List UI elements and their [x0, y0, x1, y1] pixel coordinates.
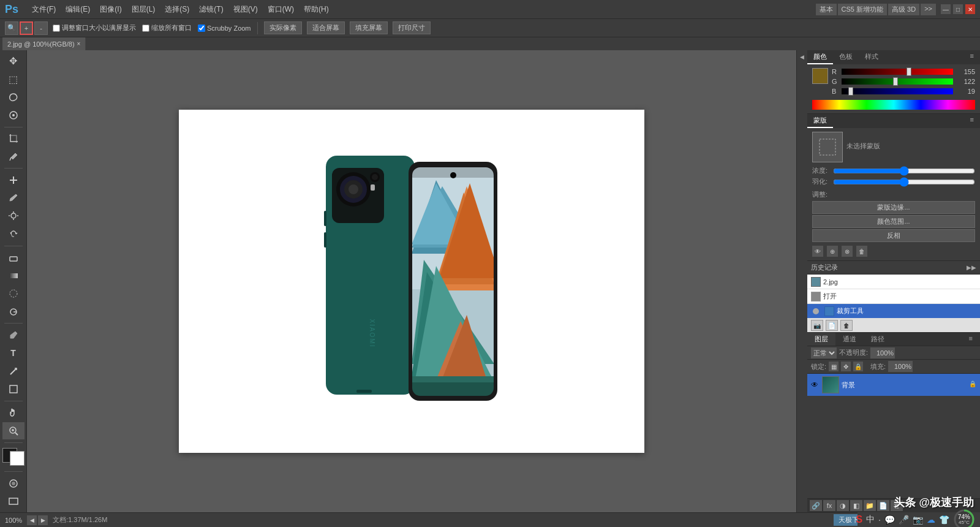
- invert-btn[interactable]: 反相: [812, 229, 975, 242]
- r-slider-thumb[interactable]: [907, 67, 911, 76]
- swatches-tab[interactable]: 色板: [833, 50, 859, 64]
- crop-tool[interactable]: [2, 131, 24, 147]
- lock-move-btn[interactable]: ✥: [841, 362, 851, 371]
- new-group-btn[interactable]: 📁: [864, 500, 876, 511]
- mask-menu-btn[interactable]: ≡: [964, 114, 980, 128]
- eraser-tool[interactable]: [2, 249, 24, 266]
- print-size-btn[interactable]: 打印尺寸: [393, 21, 431, 34]
- screen-mode-btn[interactable]: [2, 493, 24, 510]
- color-swatch[interactable]: [812, 68, 828, 84]
- mask-intersect-btn[interactable]: ⊗: [842, 246, 853, 257]
- b-slider-thumb[interactable]: [848, 87, 853, 96]
- background-color[interactable]: [10, 451, 24, 466]
- tray-dot-icon[interactable]: ·: [878, 515, 881, 525]
- shape-tool[interactable]: [2, 381, 24, 397]
- zoom-tool-select[interactable]: 🔍: [5, 21, 18, 35]
- mask-tab[interactable]: 蒙版: [807, 114, 833, 128]
- prev-btn[interactable]: ◀: [27, 515, 37, 525]
- history-item-0[interactable]: 2.jpg: [807, 275, 980, 289]
- close-button[interactable]: ✕: [965, 4, 975, 14]
- zoom-in-btn[interactable]: +: [20, 21, 33, 35]
- pen-tool[interactable]: [2, 327, 24, 343]
- minimize-button[interactable]: —: [941, 4, 951, 14]
- lasso-tool[interactable]: [2, 89, 24, 105]
- add-mask-btn[interactable]: ◑: [837, 500, 849, 511]
- zoom-tool[interactable]: [2, 422, 24, 439]
- quick-select-tool[interactable]: [2, 107, 24, 123]
- healing-tool[interactable]: [2, 172, 24, 188]
- tray-camera-icon[interactable]: 📷: [913, 515, 923, 525]
- eyedropper-tool[interactable]: [2, 148, 24, 165]
- mask-edge-btn[interactable]: 蒙版边缘...: [812, 201, 975, 214]
- blend-mode-select[interactable]: 正常: [811, 347, 837, 358]
- new-fill-btn[interactable]: ◧: [850, 500, 862, 511]
- layers-menu-btn[interactable]: ≡: [962, 333, 980, 346]
- fill-input[interactable]: [888, 361, 913, 372]
- checkbox-all-input[interactable]: [142, 25, 149, 32]
- checkbox-fit-input[interactable]: [53, 25, 60, 32]
- channels-tab[interactable]: 通道: [835, 333, 864, 346]
- menu-file[interactable]: 文件(F): [28, 3, 59, 16]
- menu-edit[interactable]: 编辑(E): [62, 3, 94, 16]
- mask-thumbnail[interactable]: [812, 132, 843, 162]
- tray-cn-icon[interactable]: 中: [866, 514, 875, 525]
- menu-window[interactable]: 窗口(W): [264, 3, 298, 16]
- mask-delete-btn[interactable]: 🗑: [856, 246, 867, 257]
- g-slider-thumb[interactable]: [893, 77, 898, 86]
- mode-cs5-btn[interactable]: CS5 新增功能: [838, 4, 887, 15]
- tray-chat-icon[interactable]: 💬: [884, 515, 895, 525]
- text-tool[interactable]: T: [2, 345, 24, 362]
- tab-close-btn[interactable]: ×: [77, 40, 81, 47]
- lock-all-btn[interactable]: 🔒: [853, 362, 863, 371]
- hand-tool[interactable]: [2, 404, 24, 421]
- paths-tab[interactable]: 路径: [864, 333, 892, 346]
- mask-visibility-btn[interactable]: 👁: [812, 246, 823, 257]
- blur-tool[interactable]: [2, 286, 24, 302]
- layer-visibility-btn[interactable]: 👁: [810, 380, 820, 390]
- mode-advanced-btn[interactable]: 高级 3D: [888, 4, 919, 15]
- move-tool[interactable]: ✥: [2, 53, 24, 69]
- layers-tab[interactable]: 图层: [807, 333, 835, 346]
- tray-cloud-icon[interactable]: ☁: [927, 515, 935, 525]
- history-delete-btn[interactable]: 🗑: [840, 320, 853, 331]
- mode-expand-btn[interactable]: >>: [921, 4, 936, 15]
- feather-slider[interactable]: [833, 178, 975, 186]
- lock-checkerboard-btn[interactable]: ▦: [829, 362, 839, 371]
- delete-layer-btn[interactable]: 🗑: [891, 500, 903, 511]
- menu-select[interactable]: 选择(S): [161, 3, 193, 16]
- fx-btn[interactable]: fx: [823, 500, 835, 511]
- mode-basic-btn[interactable]: 基本: [816, 4, 837, 15]
- checkbox-scrubby[interactable]: Scrubby Zoom: [198, 25, 251, 32]
- history-item-1[interactable]: 打开: [807, 289, 980, 304]
- zoom-out-btn[interactable]: -: [34, 21, 48, 35]
- history-snapshot-btn[interactable]: 📷: [811, 320, 823, 331]
- marquee-tool[interactable]: ⬚: [2, 70, 24, 87]
- link-layers-btn[interactable]: 🔗: [810, 500, 822, 511]
- next-btn[interactable]: ▶: [38, 515, 48, 525]
- collapse-btn[interactable]: ◀: [798, 53, 807, 61]
- styles-tab[interactable]: 样式: [859, 50, 884, 64]
- fit-screen-btn[interactable]: 适合屏幕: [307, 21, 345, 34]
- menu-view[interactable]: 视图(V): [230, 3, 262, 16]
- checkbox-all[interactable]: 缩放所有窗口: [142, 23, 192, 32]
- tray-shirt-icon[interactable]: 👕: [939, 515, 949, 525]
- quick-mask-btn[interactable]: [2, 475, 24, 491]
- new-layer-btn[interactable]: 📄: [877, 500, 889, 511]
- menu-filter[interactable]: 滤镜(T): [195, 3, 227, 16]
- color-range-btn[interactable]: 颜色范围...: [812, 215, 975, 228]
- layer-row-background[interactable]: 👁 背景 🔒: [807, 374, 980, 396]
- gradient-tool[interactable]: [2, 267, 24, 284]
- color-spectrum[interactable]: [812, 100, 975, 110]
- path-select-tool[interactable]: [2, 363, 24, 379]
- checkbox-scrubby-input[interactable]: [198, 25, 205, 32]
- history-item-2[interactable]: 裁剪工具: [807, 304, 980, 319]
- clone-tool[interactable]: [2, 208, 24, 224]
- dodge-tool[interactable]: [2, 303, 24, 320]
- actual-pixels-btn[interactable]: 实际像素: [264, 21, 302, 34]
- opacity-input[interactable]: [870, 347, 895, 358]
- document-tab[interactable]: 2.jpg @ 100%(RGB/8) ×: [2, 37, 86, 51]
- menu-help[interactable]: 帮助(H): [300, 3, 333, 16]
- tray-mic-icon[interactable]: 🎤: [899, 515, 909, 525]
- menu-layer[interactable]: 图层(L): [128, 3, 159, 16]
- menu-image[interactable]: 图像(I): [96, 3, 125, 16]
